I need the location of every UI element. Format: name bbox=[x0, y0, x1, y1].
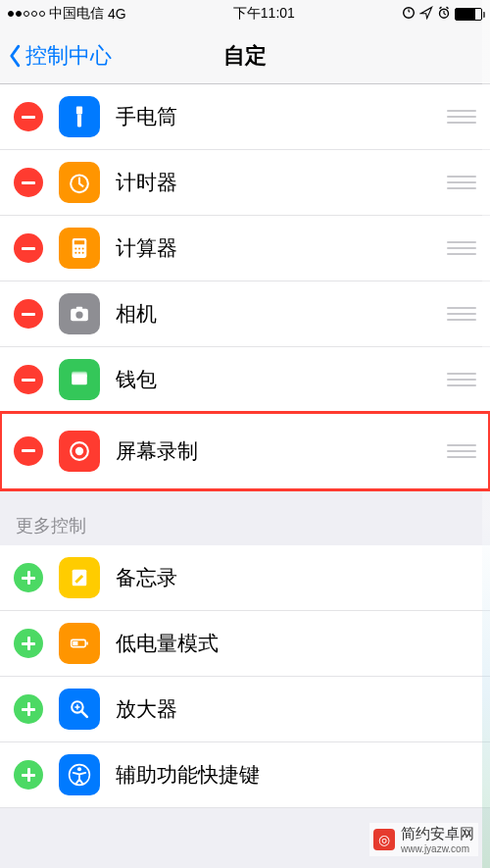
watermark-url: www.jyazw.com bbox=[401, 843, 474, 854]
control-label: 屏幕录制 bbox=[116, 437, 447, 465]
back-label: 控制中心 bbox=[25, 41, 112, 71]
notes-icon bbox=[59, 557, 100, 598]
time-label: 下午11:01 bbox=[233, 5, 295, 23]
status-bar: 中国电信 4G 下午11:01 bbox=[0, 0, 490, 27]
record-icon bbox=[59, 431, 100, 472]
svg-rect-3 bbox=[77, 114, 81, 127]
alarm-icon bbox=[437, 6, 451, 23]
add-button[interactable] bbox=[14, 760, 43, 790]
add-button[interactable] bbox=[14, 563, 43, 592]
navigation-bar: 控制中心 自定 bbox=[0, 27, 490, 84]
svg-point-8 bbox=[78, 247, 80, 249]
remove-button[interactable] bbox=[14, 102, 43, 131]
add-button[interactable] bbox=[14, 694, 43, 724]
svg-point-27 bbox=[77, 767, 81, 771]
control-row: 相机 bbox=[0, 281, 490, 347]
watermark-text: 简约安卓网 bbox=[401, 825, 474, 843]
wallet-icon bbox=[59, 359, 100, 400]
page-title: 自定 bbox=[223, 41, 267, 71]
accessibility-icon bbox=[59, 754, 100, 795]
network-label: 4G bbox=[108, 6, 126, 22]
calculator-icon bbox=[59, 228, 100, 269]
battery-icon bbox=[455, 8, 482, 21]
reorder-handle[interactable] bbox=[447, 307, 476, 321]
svg-point-10 bbox=[74, 252, 76, 254]
control-label: 放大器 bbox=[116, 695, 476, 723]
content-scroll[interactable]: 手电筒计时器计算器相机钱包屏幕录制 更多控制 备忘录低电量模式放大器辅助功能快捷… bbox=[0, 84, 490, 868]
remove-button[interactable] bbox=[14, 365, 43, 394]
location-icon bbox=[419, 6, 433, 23]
watermark: ◎ 简约安卓网 www.jyazw.com bbox=[369, 823, 478, 856]
svg-rect-15 bbox=[76, 307, 82, 310]
control-label: 相机 bbox=[116, 300, 447, 328]
reorder-handle[interactable] bbox=[447, 176, 476, 189]
lowpower-icon bbox=[59, 623, 100, 664]
control-label: 计时器 bbox=[116, 169, 447, 196]
svg-point-9 bbox=[82, 247, 84, 249]
magnifier-icon bbox=[59, 689, 100, 730]
remove-button[interactable] bbox=[14, 168, 43, 197]
remove-button[interactable] bbox=[14, 233, 43, 263]
timer-icon bbox=[59, 162, 100, 203]
control-label: 计算器 bbox=[116, 234, 447, 262]
back-button[interactable]: 控制中心 bbox=[0, 41, 112, 71]
svg-point-12 bbox=[82, 252, 84, 254]
flashlight-icon bbox=[59, 96, 100, 137]
svg-point-11 bbox=[78, 252, 80, 254]
control-row: 辅助功能快捷键 bbox=[0, 742, 490, 808]
reorder-handle[interactable] bbox=[447, 373, 476, 386]
remove-button[interactable] bbox=[14, 299, 43, 329]
svg-point-0 bbox=[404, 7, 415, 18]
control-row: 放大器 bbox=[0, 677, 490, 742]
svg-point-7 bbox=[74, 247, 76, 249]
watermark-logo-icon: ◎ bbox=[373, 829, 395, 850]
more-controls-header: 更多控制 bbox=[0, 490, 490, 545]
svg-rect-18 bbox=[72, 372, 87, 377]
more-controls-list: 备忘录低电量模式放大器辅助功能快捷键 bbox=[0, 545, 490, 808]
control-label: 低电量模式 bbox=[116, 630, 476, 657]
control-row: 屏幕录制 bbox=[0, 412, 490, 490]
svg-rect-24 bbox=[73, 641, 77, 645]
control-row: 手电筒 bbox=[0, 84, 490, 150]
control-row: 计算器 bbox=[0, 216, 490, 281]
reorder-handle[interactable] bbox=[447, 444, 476, 458]
svg-rect-2 bbox=[76, 107, 82, 115]
control-label: 备忘录 bbox=[116, 564, 476, 591]
included-controls-list: 手电筒计时器计算器相机钱包屏幕录制 bbox=[0, 84, 490, 490]
svg-point-20 bbox=[75, 446, 83, 454]
camera-icon bbox=[59, 293, 100, 334]
svg-point-14 bbox=[75, 311, 82, 318]
control-row: 计时器 bbox=[0, 150, 490, 216]
reorder-handle[interactable] bbox=[447, 110, 476, 124]
control-label: 手电筒 bbox=[116, 103, 447, 130]
control-label: 钱包 bbox=[116, 366, 447, 393]
svg-rect-23 bbox=[86, 641, 88, 644]
signal-icon bbox=[8, 11, 45, 17]
control-row: 低电量模式 bbox=[0, 611, 490, 677]
control-label: 辅助功能快捷键 bbox=[116, 761, 476, 789]
remove-button[interactable] bbox=[14, 436, 43, 466]
control-row: 备忘录 bbox=[0, 545, 490, 611]
control-row: 钱包 bbox=[0, 347, 490, 413]
chevron-left-icon bbox=[8, 44, 24, 68]
lock-rotation-icon bbox=[402, 6, 416, 23]
add-button[interactable] bbox=[14, 629, 43, 658]
svg-rect-6 bbox=[74, 240, 84, 244]
carrier-label: 中国电信 bbox=[49, 5, 104, 23]
reorder-handle[interactable] bbox=[447, 241, 476, 255]
